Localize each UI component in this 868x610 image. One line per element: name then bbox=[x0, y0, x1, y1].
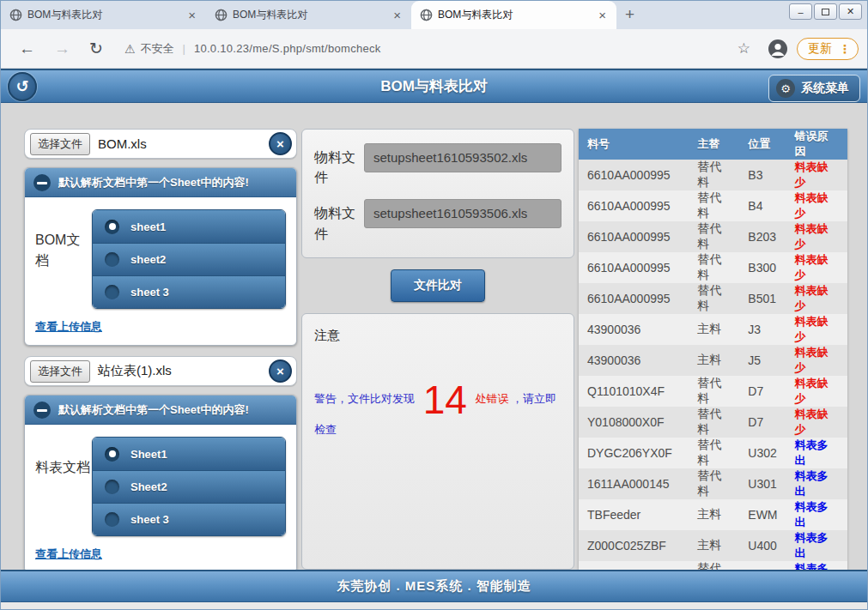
table-row[interactable]: 6610AA000995 替代料 B3 料表缺少 bbox=[579, 160, 847, 190]
cell-position: B203 bbox=[739, 221, 786, 252]
cell-part-number: 1611AA000145 bbox=[579, 468, 689, 499]
material-file-input-2: setupsheet1610593506.xls bbox=[364, 199, 561, 228]
bom-upload-info-link[interactable]: 查看上传信息 bbox=[35, 319, 102, 335]
cell-error-reason: 料表缺少 bbox=[786, 283, 847, 314]
bom-sheet-option-1[interactable]: sheet1 bbox=[93, 210, 285, 243]
globe-icon bbox=[215, 9, 228, 21]
sheet-label: sheet 3 bbox=[131, 286, 169, 299]
column-header-pos: 位置 bbox=[739, 129, 786, 160]
bom-sheet-option-2[interactable]: sheet2 bbox=[93, 243, 285, 275]
cell-material-type: 替代料 bbox=[689, 468, 739, 499]
station-sheet-option-2[interactable]: Sheet2 bbox=[93, 470, 285, 503]
update-button[interactable]: 更新 ⋮ bbox=[797, 38, 859, 60]
compare-files-button[interactable]: 文件比对 bbox=[391, 269, 485, 302]
station-upload-info-link[interactable]: 查看上传信息 bbox=[35, 547, 102, 562]
table-row[interactable]: Q1101010X4F 替代料 D7 料表缺少 bbox=[579, 376, 847, 407]
collapse-icon[interactable] bbox=[33, 402, 51, 419]
table-row[interactable]: 6610AA000995 替代料 B4 料表缺少 bbox=[579, 190, 847, 221]
cell-error-reason: 料表缺少 bbox=[786, 221, 847, 252]
tab-close-icon[interactable]: × bbox=[595, 8, 610, 22]
cell-position: J3 bbox=[739, 314, 786, 345]
window-bottom-border bbox=[1, 602, 867, 609]
cell-position: EWM bbox=[739, 499, 786, 530]
back-button[interactable]: ↺ bbox=[8, 72, 37, 101]
bookmark-star-icon[interactable]: ☆ bbox=[729, 39, 759, 57]
cell-material-type: 替代料 bbox=[689, 407, 739, 438]
radio-icon bbox=[105, 480, 119, 494]
table-row[interactable]: 6610AA000995 替代料 B203 料表缺少 bbox=[579, 221, 847, 252]
back-icon[interactable]: ← bbox=[9, 39, 45, 58]
table-row[interactable]: Z000C025ZBF 主料 U400 料表多出 bbox=[579, 530, 847, 561]
table-row[interactable]: 43900036 主料 J3 料表缺少 bbox=[579, 314, 847, 345]
close-button[interactable]: ✕ bbox=[839, 3, 862, 20]
radio-icon bbox=[105, 447, 119, 462]
cell-position: B300 bbox=[739, 252, 786, 283]
bom-panel-title: 默认解析文档中第一个Sheet中的内容! bbox=[58, 175, 249, 190]
minimize-button[interactable]: – bbox=[789, 3, 812, 20]
table-row[interactable]: 1611AA000145 替代料 U301 料表多出 bbox=[579, 468, 847, 499]
warning-icon: ⚠ bbox=[124, 42, 136, 56]
cell-part-number: 6610AA000995 bbox=[579, 160, 689, 190]
compare-button-row: 文件比对 bbox=[301, 269, 574, 302]
window-controls: – ✕ bbox=[789, 3, 862, 20]
table-row[interactable]: TBFeeder 主料 EWM 料表多出 bbox=[579, 499, 847, 530]
station-panel-header[interactable]: 默认解析文档中第一个Sheet中的内容! bbox=[25, 396, 296, 425]
table-row[interactable]: 6610AA000995 替代料 B501 料表缺少 bbox=[579, 283, 847, 314]
bom-panel-header[interactable]: 默认解析文档中第一个Sheet中的内容! bbox=[25, 168, 296, 197]
profile-avatar[interactable] bbox=[768, 39, 788, 59]
sheet-label: Sheet1 bbox=[131, 448, 167, 461]
tab-close-icon[interactable]: × bbox=[390, 8, 404, 22]
main-content: 选择文件 BOM.xls × 默认解析文档中第一个Sheet中的内容! BOM文… bbox=[1, 103, 867, 570]
tab-close-icon[interactable]: × bbox=[185, 8, 199, 22]
new-tab-button[interactable]: + bbox=[616, 5, 646, 29]
notice-title: 注意 bbox=[314, 328, 561, 344]
browser-tab-2[interactable]: BOM与料表比对 × bbox=[206, 1, 411, 29]
maximize-button[interactable] bbox=[814, 3, 837, 20]
cell-part-number: Q1101010X4F bbox=[579, 376, 689, 407]
radio-icon bbox=[105, 252, 119, 267]
cell-position: B4 bbox=[739, 190, 786, 221]
cell-material-type: 替代料 bbox=[689, 438, 739, 468]
forward-icon[interactable]: → bbox=[45, 39, 80, 58]
table-row[interactable]: 43900036 主料 J5 料表缺少 bbox=[579, 345, 847, 376]
radio-icon bbox=[105, 512, 119, 527]
url-text[interactable]: 10.0.10.23/me/S.php/smt/bomcheck bbox=[194, 42, 381, 55]
system-menu-button[interactable]: ⚙ 系统菜单 bbox=[768, 75, 860, 102]
remove-file-icon[interactable]: × bbox=[269, 132, 292, 155]
refresh-icon[interactable]: ↻ bbox=[80, 39, 112, 58]
table-row[interactable]: DYGC206YX0F 替代料 U302 料表多出 bbox=[579, 438, 847, 468]
remove-file-icon[interactable]: × bbox=[269, 359, 292, 383]
error-count: 14 bbox=[418, 377, 472, 422]
cell-material-type: 主料 bbox=[689, 530, 739, 561]
station-sheet-option-1[interactable]: Sheet1 bbox=[93, 438, 285, 470]
cell-position: U301 bbox=[739, 468, 786, 499]
table-row[interactable]: Z000C025Z8F 替代料 U400 料表多出 bbox=[579, 561, 847, 570]
cell-position: U302 bbox=[739, 438, 786, 468]
bom-doc-label: BOM文档 bbox=[35, 209, 92, 309]
collapse-icon[interactable] bbox=[33, 174, 51, 191]
browser-tab-3[interactable]: BOM与料表比对 × bbox=[411, 1, 616, 29]
cell-error-reason: 料表缺少 bbox=[786, 345, 847, 376]
cell-part-number: TBFeeder bbox=[579, 499, 689, 530]
material-file-label: 物料文件 bbox=[314, 143, 364, 187]
cell-error-reason: 料表多出 bbox=[786, 561, 847, 570]
browser-window: BOM与料表比对 × BOM与料表比对 × BOM与料表比对 × + – ✕ ←… bbox=[0, 0, 868, 610]
cell-material-type: 替代料 bbox=[689, 283, 739, 314]
cell-part-number: Z000C025ZBF bbox=[579, 530, 689, 561]
cell-part-number: 6610AA000995 bbox=[579, 190, 689, 221]
choose-file-button[interactable]: 选择文件 bbox=[30, 360, 90, 383]
globe-icon bbox=[420, 9, 433, 21]
cell-position: B501 bbox=[739, 283, 786, 314]
bom-sheet-option-3[interactable]: sheet 3 bbox=[93, 275, 285, 308]
station-sheet-option-3[interactable]: sheet 3 bbox=[93, 503, 285, 535]
choose-file-button[interactable]: 选择文件 bbox=[30, 133, 90, 155]
security-zone[interactable]: ⚠ 不安全 | 10.0.10.23/me/S.php/smt/bomcheck bbox=[124, 41, 381, 57]
browser-tab-1[interactable]: BOM与料表比对 × bbox=[1, 1, 206, 29]
table-row[interactable]: Y0108000X0F 替代料 D7 料表缺少 bbox=[579, 407, 847, 438]
cell-part-number: 43900036 bbox=[579, 314, 689, 345]
cell-part-number: 43900036 bbox=[579, 345, 689, 376]
menu-dots-icon[interactable]: ⋮ bbox=[839, 42, 851, 56]
cell-error-reason: 料表缺少 bbox=[786, 407, 847, 438]
table-row[interactable]: 6610AA000995 替代料 B300 料表缺少 bbox=[579, 252, 847, 283]
cell-error-reason: 料表多出 bbox=[786, 438, 847, 468]
